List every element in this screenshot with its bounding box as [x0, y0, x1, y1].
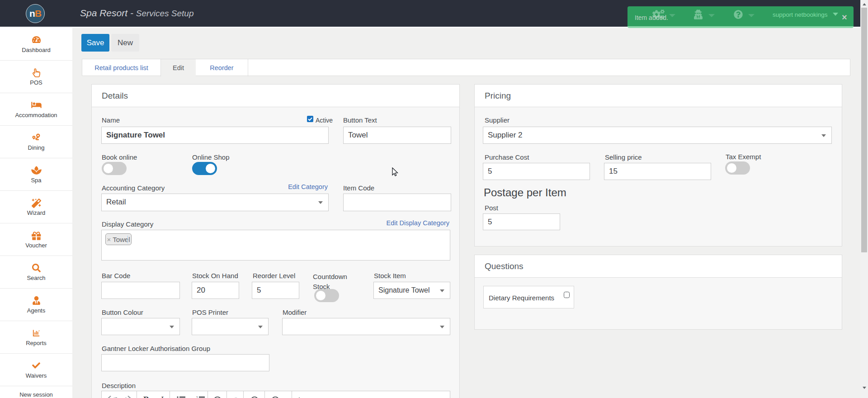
svg-text:1: 1 [196, 396, 198, 398]
